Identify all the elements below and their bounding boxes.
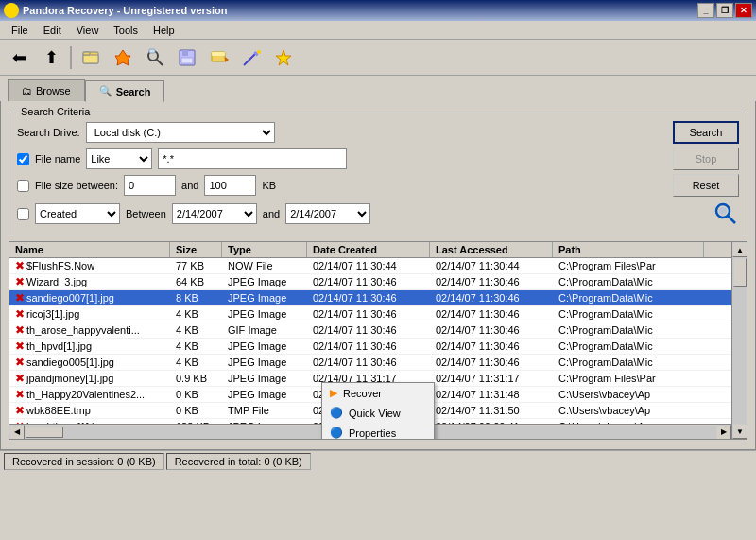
filename-label: File name [35, 153, 80, 165]
file-icon: ✖ [15, 372, 25, 385]
recover-icon: ▶ [330, 387, 337, 399]
file-type: JPEG Image [222, 340, 307, 353]
like-select[interactable]: Like Equal Not Like [86, 148, 152, 169]
pattern-input[interactable] [158, 148, 347, 169]
scroll-right-button[interactable]: ▶ [716, 425, 731, 440]
toolbar: ⬅ ⬆ [0, 40, 756, 76]
save-button[interactable] [172, 44, 202, 72]
scroll-track [732, 257, 747, 424]
date-from-select[interactable]: 2/14/2007 [172, 203, 257, 224]
delete-button[interactable] [108, 44, 138, 72]
file-name: jpandjmoney[1].jpg [26, 373, 113, 384]
close-button[interactable]: ✕ [735, 3, 752, 18]
table-row[interactable]: ✖ th_arose_happyvalenti... 4 KB GIF Imag… [9, 322, 747, 339]
file-type: NOW File [222, 259, 307, 272]
svg-line-5 [157, 60, 163, 65]
file-name: th_arose_happyvalenti... [26, 324, 140, 336]
menu-edit[interactable]: Edit [36, 23, 69, 38]
status-session: Recovered in session: 0 (0 KB) [4, 453, 164, 470]
filename-checkbox[interactable] [17, 153, 29, 165]
file-accessed: 02/14/07 11:31:48 [430, 388, 553, 401]
table-row[interactable]: ✖ Wizard_3.jpg 64 KB JPEG Image 02/14/07… [9, 274, 747, 290]
file-name: sandiego007[1].jpg [26, 292, 114, 304]
file-accessed: 02/14/07 11:30:46 [430, 340, 553, 353]
col-size[interactable]: Size [170, 242, 222, 257]
file-type: JPEG Image [222, 307, 307, 321]
scroll-thumb[interactable] [733, 258, 747, 287]
svg-marker-16 [276, 50, 291, 65]
menu-file[interactable]: File [4, 23, 36, 38]
file-name: ricoj3[1].jpg [26, 308, 79, 320]
search-icon-button[interactable] [713, 200, 739, 227]
file-name: sandiego005[1].jpg [26, 357, 114, 368]
size-from-input[interactable] [124, 175, 176, 196]
table-row[interactable]: ✖ th_hpvd[1].jpg 4 KB JPEG Image 02/14/0… [9, 339, 747, 355]
col-date[interactable]: Date Created [307, 242, 430, 257]
reset-button[interactable]: Reset [673, 174, 739, 197]
size-to-input[interactable] [204, 175, 256, 196]
svg-rect-11 [212, 52, 225, 56]
scan-button[interactable] [140, 44, 170, 72]
menu-view[interactable]: View [69, 23, 107, 38]
file-date: 02/14/07 11:30:46 [307, 356, 430, 369]
recover-button[interactable] [204, 44, 234, 72]
created-select[interactable]: Created Modified Accessed [35, 203, 120, 224]
restore-button[interactable]: ❐ [716, 3, 733, 18]
svg-rect-9 [181, 58, 193, 63]
file-name: wbk88EE.tmp [26, 405, 91, 416]
toolbar-separator-1 [70, 46, 72, 69]
scroll-up-button[interactable]: ▲ [732, 242, 747, 257]
search-button[interactable]: Search [673, 121, 739, 144]
file-path: C:\ProgramData\Mic [553, 275, 704, 288]
file-accessed: 02/14/07 11:30:46 [430, 356, 553, 369]
menu-tools[interactable]: Tools [106, 23, 146, 38]
context-properties[interactable]: 🔵 Properties [322, 423, 434, 440]
magic-button[interactable] [236, 44, 266, 72]
note-button[interactable] [268, 44, 299, 72]
filesize-checkbox[interactable] [17, 180, 29, 192]
file-date: 02/14/07 11:30:44 [307, 259, 430, 272]
table-row[interactable]: ✖ $FlushFS.Now 77 KB NOW File 02/14/07 1… [9, 258, 747, 274]
menu-bar: File Edit View Tools Help [0, 21, 756, 40]
file-accessed: 02/14/07 11:30:46 [430, 291, 553, 305]
table-row[interactable]: ✖ sandiego005[1].jpg 4 KB JPEG Image 02/… [9, 355, 747, 371]
created-checkbox[interactable] [17, 208, 29, 220]
open-button[interactable] [76, 44, 106, 72]
tab-search[interactable]: 🔍 Search [85, 80, 165, 102]
svg-line-13 [244, 54, 255, 65]
scroll-left-button[interactable]: ◀ [9, 425, 25, 440]
tab-browse[interactable]: 🗂 Browse [8, 79, 85, 101]
back-button[interactable]: ⬅ [4, 44, 34, 72]
file-size: 0 KB [170, 404, 222, 417]
vertical-scrollbar[interactable]: ▲ ▼ [731, 242, 747, 439]
menu-help[interactable]: Help [146, 23, 182, 38]
up-button[interactable]: ⬆ [36, 44, 66, 72]
context-recover[interactable]: ▶ Recover [322, 383, 434, 403]
file-type: JPEG Image [222, 356, 307, 369]
date-to-select[interactable]: 2/14/2007 [285, 203, 370, 224]
file-icon: ✖ [15, 291, 25, 305]
file-accessed: 02/14/07 11:30:46 [430, 275, 553, 288]
file-type: TMP File [222, 404, 307, 417]
context-quickview[interactable]: 🔵 Quick View [322, 403, 434, 423]
main-area: Search Criteria Search Drive: Local disk… [0, 101, 756, 450]
drive-select[interactable]: Local disk (C:) [86, 122, 275, 143]
status-bar: Recovered in session: 0 (0 KB) Recovered… [0, 450, 756, 471]
minimize-button[interactable]: _ [697, 3, 714, 18]
col-accessed[interactable]: Last Accessed [430, 242, 553, 257]
file-type: JPEG Image [222, 372, 307, 385]
app-icon [4, 3, 19, 18]
col-path[interactable]: Path [553, 242, 704, 257]
svg-rect-1 [83, 55, 98, 63]
scroll-down-button[interactable]: ▼ [732, 424, 747, 439]
file-path: C:\ProgramData\Mic [553, 323, 704, 337]
col-type[interactable]: Type [222, 242, 307, 257]
col-name[interactable]: Name [9, 242, 170, 257]
stop-button[interactable]: Stop [673, 148, 739, 170]
scroll-thumb-h[interactable] [26, 427, 63, 438]
title-bar: Pandora Recovery - Unregistered version … [0, 0, 756, 21]
table-row[interactable]: ✖ sandiego007[1].jpg 8 KB JPEG Image 02/… [9, 290, 747, 306]
file-size: 0.9 KB [170, 372, 222, 385]
table-row[interactable]: ✖ ricoj3[1].jpg 4 KB JPEG Image 02/14/07… [9, 306, 747, 322]
svg-rect-2 [83, 52, 90, 55]
